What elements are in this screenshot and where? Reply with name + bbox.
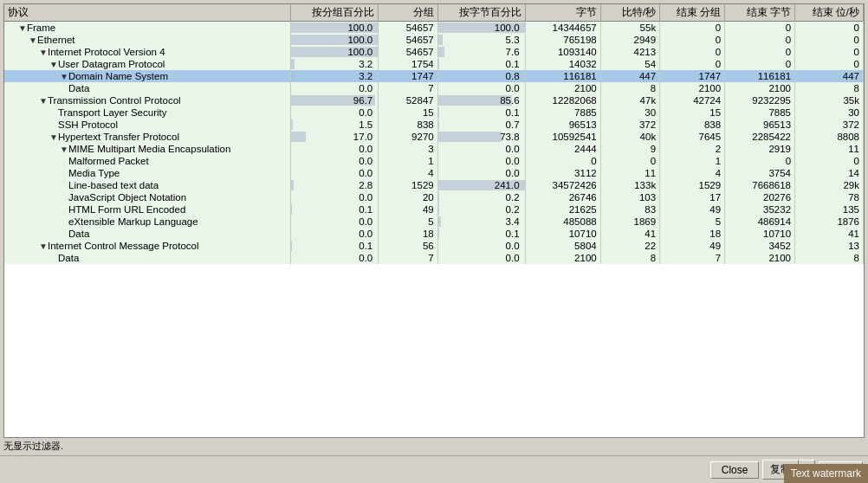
end-group-cell: 5 bbox=[660, 216, 725, 228]
protocol-table: 协议 按分组百分比 分组 按字节百分比 字节 比特/秒 结束 分组 结束 字节 … bbox=[4, 4, 864, 264]
protocol-name-cell: ▼MIME Multipart Media Encapsulation bbox=[4, 143, 291, 155]
close-button[interactable]: Close bbox=[710, 461, 760, 479]
table-row[interactable]: ▼Frame100.054657100.01434465755k000 bbox=[4, 22, 864, 35]
groups-cell: 54657 bbox=[379, 22, 437, 35]
pct-byte-value: 0.1 bbox=[442, 229, 521, 239]
table-row[interactable]: Media Type0.040.03112114375414 bbox=[4, 167, 864, 179]
end-group-cell: 7645 bbox=[660, 131, 725, 143]
pct-byte-value: 0.1 bbox=[442, 107, 521, 118]
protocol-label: Hypertext Transfer Protocol bbox=[58, 132, 179, 142]
protocol-label: User Datagram Protocol bbox=[58, 59, 165, 69]
end-bytes-cell: 20276 bbox=[725, 191, 795, 203]
end-bytes-cell: 7668618 bbox=[725, 179, 795, 191]
protocol-table-container: 协议 按分组百分比 分组 按字节百分比 字节 比特/秒 结束 分组 结束 字节 … bbox=[3, 3, 865, 438]
end-group-cell: 42724 bbox=[660, 94, 725, 106]
table-body: ▼Frame100.054657100.01434465755k000▼Ethe… bbox=[4, 22, 864, 265]
table-row[interactable]: ▼Hypertext Transfer Protocol17.0927073.8… bbox=[4, 131, 864, 143]
pct-group-value: 0.1 bbox=[295, 204, 374, 215]
end-bytes-cell: 2100 bbox=[725, 82, 795, 94]
bytes-cell: 2100 bbox=[525, 82, 600, 94]
end-bps-cell: 447 bbox=[795, 70, 864, 82]
end-group-cell: 49 bbox=[660, 203, 725, 216]
pct-byte-value: 0.0 bbox=[442, 156, 521, 166]
table-row[interactable]: ▼Domain Name System3.217470.811618144717… bbox=[4, 70, 864, 82]
protocol-label: MIME Multipart Media Encapsulation bbox=[68, 144, 230, 154]
table-row[interactable]: ▼User Datagram Protocol3.217540.11403254… bbox=[4, 58, 864, 70]
status-text: 无显示过滤器. bbox=[3, 441, 63, 451]
bps-cell: 372 bbox=[600, 119, 659, 131]
pct-group-cell: 17.0 bbox=[291, 131, 379, 143]
table-row[interactable]: HTML Form URL Encoded0.1490.221625834935… bbox=[4, 203, 864, 216]
table-row[interactable]: Malformed Packet0.010.000100 bbox=[4, 155, 864, 167]
table-row[interactable]: Data0.0180.11071041181071041 bbox=[4, 228, 864, 240]
col-end-bytes: 结束 字节 bbox=[725, 4, 795, 22]
pct-group-cell: 0.0 bbox=[291, 82, 379, 94]
end-group-cell: 7 bbox=[660, 252, 725, 264]
bytes-cell: 1093140 bbox=[525, 46, 600, 58]
pct-group-cell: 3.2 bbox=[291, 70, 379, 82]
bytes-cell: 10592541 bbox=[525, 131, 600, 143]
table-row[interactable]: ▼Transmission Control Protocol96.7528478… bbox=[4, 94, 864, 106]
bps-cell: 8 bbox=[600, 252, 659, 264]
protocol-label: Data bbox=[58, 253, 79, 263]
scrollable-area[interactable]: 协议 按分组百分比 分组 按字节百分比 字节 比特/秒 结束 分组 结束 字节 … bbox=[4, 4, 864, 377]
tree-arrow: ▼ bbox=[49, 60, 58, 69]
pct-group-value: 3.2 bbox=[295, 71, 374, 81]
pct-group-value: 0.0 bbox=[295, 216, 374, 227]
pct-group-cell: 3.2 bbox=[291, 58, 379, 70]
end-bytes-cell: 35232 bbox=[725, 203, 795, 216]
table-row[interactable]: ▼Internet Protocol Version 4100.0546577.… bbox=[4, 46, 864, 58]
pct-byte-cell: 3.4 bbox=[437, 216, 525, 228]
end-bytes-cell: 3452 bbox=[725, 240, 795, 252]
pct-group-bar bbox=[291, 59, 294, 69]
pct-byte-value: 0.8 bbox=[442, 71, 521, 81]
end-bps-cell: 0 bbox=[795, 34, 864, 46]
pct-byte-cell: 0.0 bbox=[437, 252, 525, 264]
protocol-label: SSH Protocol bbox=[58, 119, 118, 130]
end-bytes-cell: 2100 bbox=[725, 252, 795, 264]
table-row[interactable]: Transport Layer Security0.0150.178853015… bbox=[4, 106, 864, 119]
table-row[interactable]: Data0.070.021008210021008 bbox=[4, 82, 864, 94]
pct-byte-bar bbox=[438, 71, 439, 81]
pct-byte-value: 73.8 bbox=[442, 132, 521, 142]
tree-arrow: ▼ bbox=[18, 23, 27, 33]
end-bps-cell: 14 bbox=[795, 167, 864, 179]
table-row[interactable]: ▼MIME Multipart Media Encapsulation0.030… bbox=[4, 143, 864, 155]
pct-byte-value: 0.7 bbox=[442, 119, 521, 130]
pct-group-cell: 1.5 bbox=[291, 119, 379, 131]
protocol-label: Ethernet bbox=[37, 35, 74, 45]
col-pct-byte: 按字节百分比 bbox=[437, 4, 525, 22]
bytes-cell: 0 bbox=[525, 155, 600, 167]
pct-byte-value: 5.3 bbox=[442, 35, 521, 45]
pct-byte-cell: 241.0 bbox=[437, 179, 525, 191]
col-protocol: 协议 bbox=[4, 4, 291, 22]
table-row[interactable]: JavaScript Object Notation0.0200.2267461… bbox=[4, 191, 864, 203]
pct-group-value: 17.0 bbox=[295, 132, 374, 142]
table-row[interactable]: ▼Internet Control Message Protocol0.1560… bbox=[4, 240, 864, 252]
bps-cell: 40k bbox=[600, 131, 659, 143]
table-row[interactable]: ▼Ethernet100.0546575.37651982949000 bbox=[4, 34, 864, 46]
protocol-label: Internet Protocol Version 4 bbox=[48, 47, 165, 57]
protocol-name-cell: Transport Layer Security bbox=[4, 106, 291, 119]
protocol-name-cell: ▼Frame bbox=[4, 22, 291, 35]
pct-group-cell: 0.0 bbox=[291, 143, 379, 155]
end-bps-cell: 8 bbox=[795, 252, 864, 264]
bytes-cell: 3112 bbox=[525, 167, 600, 179]
table-row[interactable]: Data0.070.021008721008 bbox=[4, 252, 864, 264]
protocol-label: Domain Name System bbox=[68, 71, 168, 81]
pct-byte-cell: 100.0 bbox=[437, 22, 525, 35]
table-row[interactable]: Line-based text data2.81529241.034572426… bbox=[4, 179, 864, 191]
pct-byte-cell: 0.1 bbox=[437, 106, 525, 119]
bytes-cell: 2100 bbox=[525, 252, 600, 264]
table-row[interactable]: eXtensible Markup Language0.053.44850881… bbox=[4, 216, 864, 228]
pct-byte-cell: 0.7 bbox=[437, 119, 525, 131]
pct-byte-value: 241.0 bbox=[442, 180, 521, 190]
end-bps-cell: 8 bbox=[795, 82, 864, 94]
end-bytes-cell: 2919 bbox=[725, 143, 795, 155]
bps-cell: 1869 bbox=[600, 216, 659, 228]
tree-arrow: ▼ bbox=[39, 242, 48, 251]
bytes-cell: 7885 bbox=[525, 106, 600, 119]
end-bytes-cell: 486914 bbox=[725, 216, 795, 228]
end-bps-cell: 35k bbox=[795, 94, 864, 106]
table-row[interactable]: SSH Protocol1.58380.79651337283896513372 bbox=[4, 119, 864, 131]
